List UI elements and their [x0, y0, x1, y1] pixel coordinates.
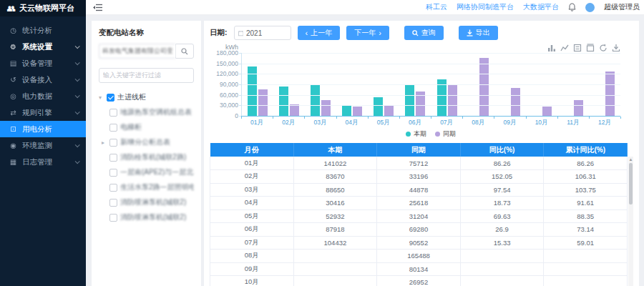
checkbox-unchecked[interactable]	[109, 139, 117, 147]
topbar-link-2[interactable]: 大数据平台	[523, 2, 559, 12]
date-label: 日期:	[210, 28, 228, 38]
topbar-link-0[interactable]: 科工云	[426, 2, 447, 12]
caret-down-icon[interactable]: ▾	[99, 94, 104, 101]
sidebar-item-device-manage[interactable]: ▤设备管理	[0, 55, 86, 72]
legend-item-本期[interactable]: 本期	[406, 129, 426, 139]
table-cell: 02月	[210, 170, 294, 184]
chevron-right-icon: ›	[379, 29, 381, 37]
line-chart-icon[interactable]	[560, 44, 569, 52]
next-year-button[interactable]: 下一年›	[346, 26, 389, 40]
sidebar-item-power-analysis[interactable]: ⊡用电分析	[0, 121, 86, 137]
topbar-link-1[interactable]: 网络协同制造平台	[457, 2, 514, 12]
tree-node[interactable]: 地源热泵空调机组总表	[99, 105, 194, 120]
topbar: 科工云网络协同制造平台大数据平台 超级管理员	[86, 0, 644, 15]
prev-year-button[interactable]: ‹上一年	[298, 26, 341, 40]
caret-right-icon[interactable]: ▸	[102, 139, 107, 146]
table-row: 03月886504487897.54103.75	[210, 183, 628, 197]
sidebar-item-settings[interactable]: ⚙系统设置	[0, 39, 86, 55]
checkbox-unchecked[interactable]	[109, 124, 117, 132]
x-axis-label: 06月	[399, 117, 431, 127]
sidebar-item-rule-engine[interactable]: ⇄规则引擎	[0, 104, 86, 121]
restore-icon[interactable]	[586, 44, 595, 52]
checkbox-unchecked[interactable]	[109, 214, 117, 222]
tree-node[interactable]: 电梯柜	[99, 120, 194, 135]
station-tree-panel: 变配电站名称 ▾ 主进线柜 地源热泵空调机组总表电梯柜▸新增分公柜总表消防栓泵机…	[92, 21, 201, 286]
tree-node[interactable]: 消防栓泵机(城联2路)	[99, 150, 194, 165]
table-cell: 18.73	[460, 197, 544, 210]
username[interactable]: 超级管理员	[604, 2, 640, 12]
bar-chart-icon[interactable]	[547, 44, 556, 52]
sidebar: 👥︎ 天云物联网平台 ◷统计分析⚙系统设置▤设备管理↺设备接入◎电力数据⇄规则引…	[0, 0, 86, 286]
checkbox-unchecked[interactable]	[109, 199, 117, 207]
date-input[interactable]	[246, 29, 287, 37]
table-scrollbar[interactable]: ▲	[628, 157, 633, 286]
tree-node[interactable]: 消防喷淋泵机(城联2)	[99, 195, 194, 210]
tree-node-label: 消防栓泵机(城联2路)	[120, 152, 186, 162]
table-row: 08月165488	[210, 250, 628, 263]
table-cell	[460, 262, 544, 276]
station-name-input[interactable]	[99, 44, 175, 59]
bar-chart: kWh 180,000150,000120,00090,00060,00030,…	[210, 44, 633, 140]
tree-node[interactable]: 生活水泵2路一层照明电源	[99, 180, 194, 195]
sidebar-item-device-access[interactable]: ↺设备接入	[0, 72, 86, 88]
table-cell: 88.35	[544, 209, 628, 223]
x-axis-tick	[431, 117, 431, 119]
column-header: 本期	[293, 143, 377, 157]
tree-node-root[interactable]: ▾ 主进线柜	[99, 90, 194, 105]
bar-同期-10月	[542, 107, 552, 116]
table-cell: 09月	[210, 262, 294, 276]
scrollbar-thumb[interactable]	[629, 163, 633, 204]
tree-filter-input[interactable]	[99, 68, 194, 83]
avatar[interactable]	[585, 3, 595, 12]
refresh-icon[interactable]	[599, 44, 608, 52]
sidebar-item-env-monitor[interactable]: ◉环境监测	[0, 137, 86, 154]
checkbox-unchecked[interactable]	[109, 169, 117, 177]
table-row: 07月1044329055215.3359.01	[210, 236, 628, 250]
collapse-menu-icon[interactable]	[93, 4, 102, 11]
tree-node-label: 生活水泵2路一层照明电源	[120, 182, 194, 192]
sidebar-item-log-manage[interactable]: ▦日志管理	[0, 154, 86, 170]
query-button[interactable]: 查询	[404, 26, 444, 40]
x-axis-label: 03月	[304, 117, 336, 127]
sidebar-item-stats[interactable]: ◷统计分析	[0, 22, 86, 39]
log-manage-icon: ▦	[9, 158, 17, 166]
export-button[interactable]: 导出	[459, 26, 498, 40]
sidebar-item-power-data[interactable]: ◎电力数据	[0, 88, 86, 104]
download-icon	[467, 29, 473, 36]
chevron-down-icon	[75, 60, 80, 65]
y-axis-tick	[239, 53, 242, 54]
logo: 👥︎ 天云物联网平台	[0, 0, 86, 16]
table-cell: 152.05	[460, 170, 544, 184]
tree-node[interactable]: ▸新增分公柜总表	[99, 135, 194, 150]
bell-icon[interactable]	[568, 3, 576, 11]
rule-engine-icon: ⇄	[9, 109, 17, 117]
checkbox-unchecked[interactable]	[109, 109, 117, 117]
checkbox-unchecked[interactable]	[109, 154, 117, 162]
table-cell: 104432	[293, 236, 377, 250]
tree-node[interactable]: 消防喷淋泵机(城联2)	[99, 210, 194, 225]
x-axis-tick	[336, 117, 337, 119]
x-axis-tick	[368, 117, 369, 119]
x-axis-label: 05月	[368, 117, 399, 127]
gridline	[242, 64, 620, 64]
column-header: 同期	[377, 143, 461, 157]
table-cell	[293, 262, 377, 276]
date-picker[interactable]	[234, 26, 291, 40]
table-header: 月份本期同期同比(%)累计同比(%)	[210, 143, 628, 157]
y-axis-tick	[239, 105, 242, 106]
tree-node[interactable]: 一层南(APE2)与一层北(APE1)总	[99, 165, 194, 180]
y-axis-label: 30,000	[220, 102, 238, 109]
checkbox-unchecked[interactable]	[109, 184, 117, 192]
checkbox-checked[interactable]	[107, 94, 114, 102]
station-search-button[interactable]	[175, 44, 194, 59]
stats-icon: ◷	[9, 26, 17, 34]
legend-item-同期[interactable]: 同期	[435, 129, 456, 139]
table-cell: 165488	[377, 250, 461, 263]
scroll-up-icon[interactable]: ▲	[628, 157, 633, 162]
sidebar-item-label: 环境监测	[22, 141, 70, 151]
x-axis-label: 12月	[589, 117, 620, 127]
save-image-icon[interactable]	[612, 44, 620, 52]
x-axis-label: 07月	[431, 117, 462, 127]
env-monitor-icon: ◉	[9, 142, 17, 149]
data-view-icon[interactable]	[573, 44, 582, 52]
